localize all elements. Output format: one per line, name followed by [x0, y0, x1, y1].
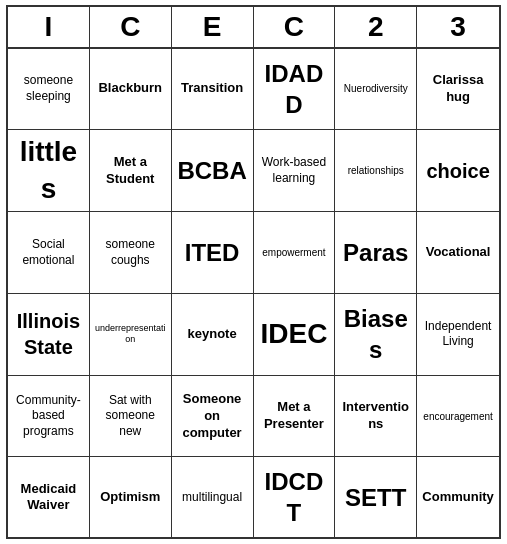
cell-8: BCBA	[172, 130, 254, 212]
cell-16: Paras	[335, 212, 417, 294]
cell-22: Biases	[335, 294, 417, 376]
cell-13: someone coughs	[90, 212, 172, 294]
cell-7: Met a Student	[90, 130, 172, 212]
cell-17: Vocational	[417, 212, 499, 294]
cell-26: Someone on computer	[172, 376, 254, 458]
cell-11: choice	[417, 130, 499, 212]
cell-14: ITED	[172, 212, 254, 294]
cell-6: littles	[8, 130, 90, 212]
cell-23: Independent Living	[417, 294, 499, 376]
cell-0: someone sleeping	[8, 49, 90, 131]
header-col-5: 3	[417, 7, 499, 47]
header-row: ICEC23	[8, 7, 499, 49]
cell-33: IDCDT	[254, 457, 336, 537]
cell-35: Community	[417, 457, 499, 537]
cell-15: empowerment	[254, 212, 336, 294]
bingo-grid: someone sleepingBlackburnTransitionIDADD…	[8, 49, 499, 538]
cell-19: underrepresentation	[90, 294, 172, 376]
header-col-3: C	[254, 7, 336, 47]
cell-31: Optimism	[90, 457, 172, 537]
cell-28: Interventions	[335, 376, 417, 458]
cell-3: IDADD	[254, 49, 336, 131]
header-col-4: 2	[335, 7, 417, 47]
cell-27: Met a Presenter	[254, 376, 336, 458]
cell-1: Blackburn	[90, 49, 172, 131]
cell-5: Clarissa hug	[417, 49, 499, 131]
cell-12: Social emotional	[8, 212, 90, 294]
header-col-1: C	[90, 7, 172, 47]
header-col-2: E	[172, 7, 254, 47]
cell-9: Work-based learning	[254, 130, 336, 212]
cell-24: Community-based programs	[8, 376, 90, 458]
bingo-card: ICEC23 someone sleepingBlackburnTransiti…	[6, 5, 501, 540]
cell-32: multilingual	[172, 457, 254, 537]
cell-18: Illinois State	[8, 294, 90, 376]
cell-25: Sat with someone new	[90, 376, 172, 458]
cell-20: keynote	[172, 294, 254, 376]
cell-4: Nuerodiversity	[335, 49, 417, 131]
cell-21: IDEC	[254, 294, 336, 376]
header-col-0: I	[8, 7, 90, 47]
cell-30: Medicaid Waiver	[8, 457, 90, 537]
cell-2: Transition	[172, 49, 254, 131]
cell-10: relationships	[335, 130, 417, 212]
cell-34: SETT	[335, 457, 417, 537]
cell-29: encouragement	[417, 376, 499, 458]
